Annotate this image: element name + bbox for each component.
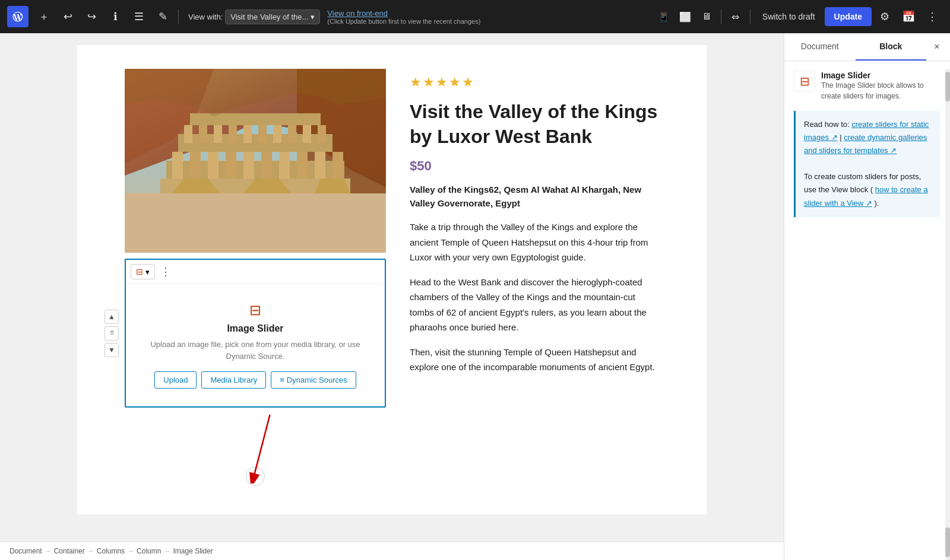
svg-rect-5 bbox=[190, 152, 201, 179]
info-box-read-how-to: Read how to: bbox=[804, 120, 850, 129]
toolbar-divider-1 bbox=[178, 9, 179, 24]
svg-rect-18 bbox=[229, 125, 237, 143]
main-area: ▲ ⠿ ▼ ⊟ ▾ ⋮ ⊟ Imag bbox=[0, 33, 950, 560]
svg-rect-4 bbox=[172, 152, 183, 179]
block-navigation: ▲ ⠿ ▼ bbox=[104, 310, 119, 357]
sidebar-tabs: Document Block × bbox=[784, 33, 950, 61]
svg-rect-11 bbox=[297, 152, 308, 179]
image-slider-main-icon: ⊟ bbox=[138, 302, 373, 319]
redo-button[interactable]: ↪ bbox=[81, 6, 102, 27]
tablet-view-button[interactable]: ⬜ bbox=[676, 7, 695, 26]
svg-rect-6 bbox=[208, 152, 218, 179]
settings-button[interactable]: ⚙ bbox=[874, 6, 895, 27]
svg-rect-8 bbox=[243, 152, 254, 179]
svg-marker-28 bbox=[315, 179, 350, 193]
star-rating: ★★★★★ bbox=[410, 75, 659, 90]
scrollbar-track bbox=[945, 69, 950, 560]
drag-handle[interactable]: ⠿ bbox=[104, 326, 119, 341]
svg-rect-24 bbox=[318, 125, 326, 143]
breadcrumb-item-container[interactable]: Container bbox=[54, 547, 85, 555]
tab-block[interactable]: Block bbox=[856, 33, 927, 61]
image-slider-actions: Upload Media Library ≡ Dynamic Sources bbox=[138, 371, 373, 389]
editor-canvas[interactable]: ▲ ⠿ ▼ ⊟ ▾ ⋮ ⊟ Imag bbox=[0, 33, 784, 560]
svg-rect-22 bbox=[288, 125, 296, 143]
toolbar-divider-2 bbox=[721, 9, 721, 24]
tools-button[interactable]: ✎ bbox=[152, 6, 173, 27]
mobile-view-button[interactable]: 📱 bbox=[654, 7, 673, 26]
info-box-para2-end: ). bbox=[874, 199, 879, 208]
undo-button[interactable]: ↩ bbox=[57, 6, 78, 27]
svg-rect-17 bbox=[214, 125, 222, 143]
svg-rect-15 bbox=[184, 125, 192, 143]
post-body-2: Head to the West Bank and discover the h… bbox=[410, 275, 659, 335]
red-arrow bbox=[241, 412, 289, 483]
image-slider-toolbar: ⊟ ▾ ⋮ bbox=[126, 260, 385, 284]
image-slider-body: ⊟ Image Slider Upload an image file, pic… bbox=[126, 284, 385, 406]
post-body-1: Take a trip through the Valley of the Ki… bbox=[410, 219, 659, 265]
move-up-button[interactable]: ▲ bbox=[104, 310, 119, 324]
desktop-view-button[interactable]: 🖥 bbox=[697, 7, 716, 26]
svg-rect-23 bbox=[303, 125, 311, 143]
slider-icon-widget[interactable]: ⊟ ▾ bbox=[131, 264, 155, 279]
scrollbar-thumb[interactable] bbox=[945, 72, 950, 101]
breadcrumb-sep-4: → bbox=[163, 547, 170, 555]
front-end-link[interactable]: View on front-end bbox=[327, 9, 480, 18]
post-title: Visit the Valley of the Kings by Luxor W… bbox=[410, 100, 659, 149]
right-column: ★★★★★ Visit the Valley of the Kings by L… bbox=[410, 69, 659, 491]
breadcrumb-sep-2: → bbox=[87, 547, 94, 555]
update-button[interactable]: Update bbox=[825, 7, 872, 26]
svg-rect-7 bbox=[226, 152, 236, 179]
toolbar: ＋ ↩ ↪ ℹ ☰ ✎ View with: Visit the Valley … bbox=[0, 0, 950, 33]
post-body-3: Then, visit the stunning Temple of Queen… bbox=[410, 345, 659, 375]
more-options-button[interactable]: ⋮ bbox=[922, 6, 943, 27]
breadcrumb-item-column[interactable]: Column bbox=[137, 547, 161, 555]
right-sidebar: Document Block × ⊟ Image Slider The Imag… bbox=[784, 33, 950, 560]
editor-content: ▲ ⠿ ▼ ⊟ ▾ ⋮ ⊟ Imag bbox=[77, 45, 707, 514]
breadcrumb-item-columns[interactable]: Columns bbox=[97, 547, 125, 555]
info-box: Read how to: create sliders for static i… bbox=[794, 111, 940, 217]
add-block-toolbar-button[interactable]: ＋ bbox=[33, 6, 55, 27]
svg-rect-9 bbox=[261, 152, 272, 179]
dynamic-sources-button[interactable]: ≡ Dynamic Sources bbox=[271, 371, 356, 389]
scrollbar-thumb-bottom[interactable] bbox=[945, 527, 950, 557]
device-icons: 📱 ⬜ 🖥 ⇔ bbox=[654, 7, 745, 26]
media-library-button[interactable]: Media Library bbox=[201, 371, 266, 389]
list-view-button[interactable]: ☰ bbox=[128, 6, 150, 27]
breadcrumb-sep-1: → bbox=[45, 547, 52, 555]
block-info: ⊟ Image Slider The Image Slider block al… bbox=[794, 71, 940, 101]
sidebar-close-button[interactable]: × bbox=[926, 36, 948, 58]
svg-rect-13 bbox=[332, 152, 343, 179]
tab-document[interactable]: Document bbox=[784, 33, 856, 61]
breadcrumb-sep-3: → bbox=[127, 547, 134, 555]
svg-rect-21 bbox=[273, 125, 281, 143]
dynamic-sources-icon: ≡ bbox=[280, 376, 284, 384]
main-image bbox=[125, 69, 386, 253]
svg-rect-20 bbox=[258, 125, 267, 143]
breadcrumb: Document → Container → Columns → Column … bbox=[0, 542, 784, 560]
split-view-button[interactable]: ⇔ bbox=[726, 7, 745, 26]
details-button[interactable]: ℹ bbox=[104, 6, 126, 27]
svg-rect-16 bbox=[199, 125, 207, 143]
block-info-icon: ⊟ bbox=[794, 71, 815, 92]
switch-to-draft-button[interactable]: Switch to draft bbox=[755, 8, 822, 25]
breadcrumb-item-document[interactable]: Document bbox=[10, 547, 42, 555]
view-with-select[interactable]: Visit the Valley of the... ▾ bbox=[225, 9, 320, 24]
image-slider-description: Upload an image file, pick one from your… bbox=[138, 339, 373, 362]
svg-rect-12 bbox=[315, 152, 325, 179]
post-location: Valley of the Kings62, Qesm Al Wahat Al … bbox=[410, 183, 659, 210]
svg-rect-19 bbox=[243, 125, 252, 143]
svg-rect-1 bbox=[125, 193, 386, 253]
block-info-title: Image Slider bbox=[821, 71, 940, 80]
calendar-button[interactable]: 📅 bbox=[898, 6, 919, 27]
sidebar-content: ⊟ Image Slider The Image Slider block al… bbox=[784, 61, 950, 560]
slider-more-button[interactable]: ⋮ bbox=[157, 263, 174, 280]
block-info-text: Image Slider The Image Slider block allo… bbox=[821, 71, 940, 101]
image-slider-block[interactable]: ▲ ⠿ ▼ ⊟ ▾ ⋮ ⊟ Imag bbox=[125, 259, 386, 408]
upload-button[interactable]: Upload bbox=[154, 371, 197, 389]
move-down-button[interactable]: ▼ bbox=[104, 343, 119, 357]
view-with-label: View with: bbox=[188, 12, 223, 21]
front-end-link-area: View on front-end (Click Update button f… bbox=[327, 9, 480, 25]
breadcrumb-item-image-slider[interactable]: Image Slider bbox=[173, 547, 213, 555]
image-slider-title: Image Slider bbox=[138, 323, 373, 334]
wp-logo[interactable] bbox=[7, 6, 28, 27]
